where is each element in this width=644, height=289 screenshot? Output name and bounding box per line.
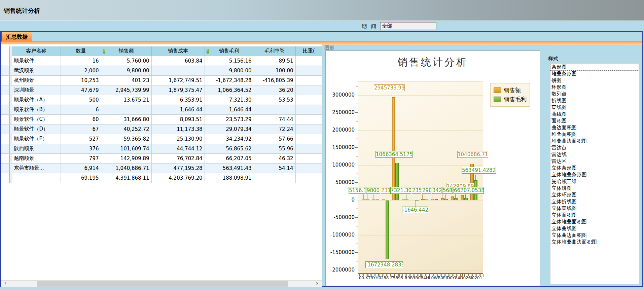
style-list-item[interactable]: 堆叠面积图 bbox=[550, 131, 639, 138]
style-list-item[interactable]: 立体堆叠曲边面积图 bbox=[550, 239, 639, 246]
style-list-item[interactable]: 立体面积图 bbox=[550, 212, 639, 219]
style-list-item[interactable]: 折线图 bbox=[550, 98, 639, 104]
cell: 188,098.91 bbox=[205, 173, 254, 183]
style-list-item[interactable]: 曲边面积图 bbox=[550, 124, 639, 131]
column-header-7[interactable]: 比重( bbox=[295, 46, 322, 56]
table-row[interactable]: 杭州顺景10,253401.231,672,749.51-1,672,348.2… bbox=[1, 75, 322, 85]
tab-summary-data[interactable]: 汇总数据 bbox=[1, 32, 32, 41]
callout-line bbox=[383, 194, 383, 199]
table-row[interactable]: 顺景软件（A）50013,675.216,353.917,321.3053.53 bbox=[1, 95, 322, 105]
style-list-item[interactable]: 堆叠条形图 bbox=[550, 71, 639, 77]
cell bbox=[295, 134, 322, 144]
column-header-1[interactable]: 客户名称 bbox=[12, 46, 61, 56]
cell: 10,253 bbox=[61, 75, 101, 85]
style-list-item[interactable]: 立体条形图 bbox=[550, 165, 639, 172]
x-minor-tick bbox=[410, 274, 411, 276]
table-row[interactable]: 顺景软件165,760.00603.845,156.1689.51 bbox=[1, 56, 322, 66]
main-panel: 汇总数据 客户名称数量销售额销售成本销售毛利毛利率%比重( 顺景软件165,76… bbox=[0, 31, 643, 287]
row-selector[interactable] bbox=[1, 173, 9, 183]
summary-table-panel: 客户名称数量销售额销售成本销售毛利毛利率%比重( 顺景软件165,760.006… bbox=[1, 44, 322, 287]
row-selector[interactable] bbox=[1, 56, 9, 66]
style-list-item[interactable]: 立体折线图 bbox=[550, 198, 639, 205]
row-selector[interactable] bbox=[1, 134, 9, 144]
cell: 9,800.00 bbox=[205, 66, 254, 75]
row-selector[interactable] bbox=[1, 75, 9, 85]
scrollbar-thumb[interactable] bbox=[37, 281, 288, 287]
callout-line bbox=[403, 194, 403, 199]
x-minor-tick bbox=[416, 274, 416, 276]
column-header-3[interactable]: 销售额 bbox=[101, 46, 151, 56]
column-header-5[interactable]: 销售毛利 bbox=[205, 46, 254, 56]
cell: 杭州顺景 bbox=[12, 75, 61, 85]
summary-indicator-icon bbox=[207, 49, 209, 53]
chart-title: 销售统计分析 bbox=[326, 56, 540, 69]
cell: 401.23 bbox=[101, 75, 151, 85]
style-list-item[interactable]: 雷达线 bbox=[550, 151, 639, 158]
horizontal-scrollbar[interactable]: ‹ › bbox=[1, 280, 322, 287]
callout-line bbox=[462, 194, 462, 199]
table-row[interactable]: 顺景软件（C）6031,666.808,093.5123,573.2974.44 bbox=[1, 114, 322, 124]
chart-style-listbox[interactable]: 条形图堆叠条形图饼图环形图散列点折线图直线图曲线图面积图曲边面积图堆叠面积图堆叠… bbox=[550, 63, 639, 284]
period-input[interactable] bbox=[380, 22, 436, 30]
cell: 74.44 bbox=[254, 114, 295, 124]
table-row[interactable]: 东莞市顺景...6,9141,040,686.71477,195.28563,4… bbox=[1, 163, 322, 173]
style-list-item[interactable]: 立体曲边面积图 bbox=[550, 232, 639, 239]
cell: 顺景软件（A） bbox=[12, 95, 61, 105]
row-selector[interactable] bbox=[1, 163, 9, 173]
x-minor-tick bbox=[443, 274, 443, 276]
cell: 142,909.89 bbox=[101, 153, 151, 163]
table-row[interactable]: 深圳顺景47,6792,945,739.991,879,375.471,066,… bbox=[1, 85, 322, 95]
column-header-2[interactable]: 数量 bbox=[61, 46, 101, 56]
style-list-item[interactable]: 雷达点 bbox=[550, 145, 639, 151]
y-major-tick bbox=[355, 95, 358, 95]
style-list-item[interactable]: 散列点 bbox=[550, 91, 639, 98]
style-list-item[interactable]: 堆叠曲边面积图 bbox=[550, 138, 639, 145]
style-list-item[interactable]: 立体环形图 bbox=[550, 192, 639, 198]
column-header-4[interactable]: 销售成本 bbox=[151, 46, 205, 56]
table-row[interactable]: 顺景软件（B）61,646.44-1,646.44 bbox=[1, 105, 322, 114]
x-minor-tick bbox=[456, 274, 457, 276]
x-minor-tick bbox=[474, 274, 474, 276]
column-header-6[interactable]: 毛利率% bbox=[254, 46, 295, 56]
x-minor-tick bbox=[419, 274, 419, 276]
style-list-item[interactable]: 立体堆叠面积图 bbox=[550, 219, 639, 225]
row-selector[interactable] bbox=[1, 105, 9, 114]
style-list-item[interactable]: 曼哈顿三维 bbox=[550, 178, 639, 185]
column-header-label: 销售毛利 bbox=[219, 48, 239, 54]
row-selector[interactable] bbox=[1, 95, 9, 105]
row-selector-header[interactable] bbox=[1, 46, 9, 56]
style-list-item[interactable]: 立体曲线图 bbox=[550, 225, 639, 232]
cell: 1,066,364.52 bbox=[205, 85, 254, 95]
style-list-item[interactable]: 面积图 bbox=[550, 118, 639, 124]
table-row[interactable]: 武汉顺景2,0009,800.009,800.00100.00 bbox=[1, 66, 322, 75]
row-selector[interactable] bbox=[1, 66, 9, 75]
x-minor-tick bbox=[450, 274, 450, 276]
callout-line bbox=[465, 194, 466, 199]
x-minor-tick bbox=[400, 274, 400, 276]
row-selector[interactable] bbox=[1, 124, 9, 134]
table-row[interactable]: 顺景软件（E）52759,365.8225,130.9034,234.9257.… bbox=[1, 134, 322, 144]
row-gap bbox=[9, 124, 12, 134]
plot-gridline bbox=[358, 270, 483, 270]
x-minor-tick bbox=[409, 274, 409, 276]
row-selector[interactable] bbox=[1, 85, 9, 95]
scroll-right-button[interactable]: › bbox=[313, 281, 321, 287]
table-row[interactable]: 顺景软件（D）6740,252.7211,173.3829,079.3472.2… bbox=[1, 124, 322, 134]
row-selector[interactable] bbox=[1, 144, 9, 153]
column-header-label: 销售成本 bbox=[168, 48, 188, 54]
style-list-item[interactable]: 饼图 bbox=[550, 77, 639, 84]
scroll-left-button[interactable]: ‹ bbox=[1, 281, 9, 287]
row-selector[interactable] bbox=[1, 153, 9, 163]
row-selector[interactable] bbox=[1, 114, 9, 124]
table-row[interactable]: 越南顺景797142,909.8976,702.8466,207.0546.32 bbox=[1, 153, 322, 163]
style-list-item[interactable]: 直线图 bbox=[550, 104, 639, 111]
style-list-item[interactable]: 立体直线图 bbox=[550, 205, 639, 212]
style-list-item[interactable]: 雷达区 bbox=[550, 158, 639, 165]
table-total-row[interactable]: 69,1954,391,868.114,203,769.20188,098.91 bbox=[1, 173, 322, 183]
style-list-item[interactable]: 曲线图 bbox=[550, 111, 639, 118]
style-list-item[interactable]: 立体饼图 bbox=[550, 185, 639, 192]
style-list-item[interactable]: 环形图 bbox=[550, 84, 639, 91]
style-list-item[interactable]: 条形图 bbox=[550, 64, 639, 71]
style-list-item[interactable]: 立体堆叠条形图 bbox=[550, 172, 639, 178]
table-row[interactable]: 陕西顺景376101,609.7444,744.1256,865.6255.96 bbox=[1, 144, 322, 153]
